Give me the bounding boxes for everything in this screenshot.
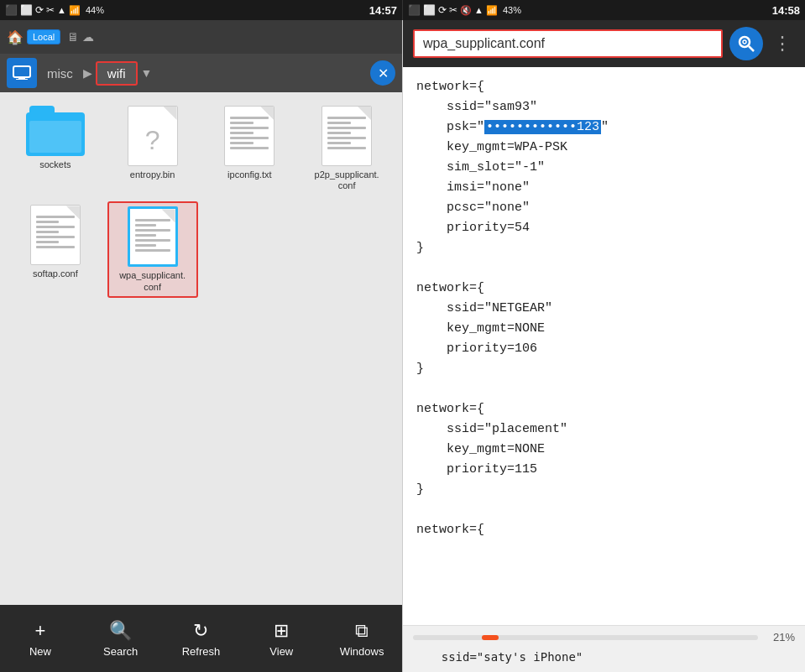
breadcrumb: misc ▶ wifi ▼ ✕ (0, 54, 402, 92)
battery-percent-left: 44% (86, 5, 104, 15)
breadcrumb-dropdown-icon[interactable]: ▼ (141, 66, 153, 80)
monitor-icon: 🖥 (67, 30, 79, 44)
viewer-bottom: 21% ssid="saty's iPhone" (403, 625, 805, 672)
search-icon: 🔍 (109, 620, 132, 642)
new-button[interactable]: + New (0, 613, 81, 664)
sync-icon-r: ⟳ (438, 4, 447, 16)
unknown-file-icon: ? (128, 106, 178, 166)
selected-file-icon (128, 206, 178, 267)
home-icon[interactable]: 🏠 (7, 29, 24, 45)
file-name: p2p_supplicant.conf (313, 169, 380, 191)
grid-icon: ⊞ (274, 620, 289, 642)
local-badge[interactable]: Local (27, 29, 60, 44)
file-name: sockets (39, 159, 71, 170)
overflow-menu-button[interactable]: ⋮ (770, 29, 795, 58)
viewer-search-button[interactable] (729, 27, 763, 60)
file-item[interactable]: ipconfig.txt (205, 102, 295, 195)
viewer-bottom-preview: ssid="saty's iPhone" (413, 647, 795, 667)
doc-file-icon (321, 106, 372, 166)
breadcrumb-close-button[interactable]: ✕ (370, 60, 395, 86)
cloud-icon: ☁ (82, 30, 94, 44)
bottom-toolbar: + New 🔍 Search ↻ Refresh ⊞ View ⧉ Window… (0, 605, 402, 672)
nav-bar: 🏠 Local 🖥 ☁ (0, 20, 402, 54)
svg-point-5 (743, 40, 746, 44)
viewer-header: wpa_supplicant.conf ⋮ (403, 20, 805, 67)
file-item[interactable]: sockets (10, 102, 101, 195)
cut-icon: ✂ (46, 4, 55, 16)
mute-icon: 🔇 (460, 5, 472, 16)
file-item-selected[interactable]: wpa_supplicant.conf (107, 201, 198, 297)
signal-icon-right: 📶 (486, 5, 498, 16)
svg-rect-2 (16, 79, 28, 80)
right-status-icons: ⬛ ⬜ ⟳ ✂ 🔇 ▲ 📶 43% (408, 4, 521, 16)
text-viewer: wpa_supplicant.conf ⋮ network={ ssid="sa… (403, 20, 805, 672)
view-button[interactable]: ⊞ View (241, 613, 321, 664)
breadcrumb-arrow: ▶ (83, 66, 92, 80)
file-grid: sockets ? entropy.bin (0, 92, 402, 605)
breadcrumb-wifi[interactable]: wifi (96, 61, 138, 86)
folder-icon (26, 106, 85, 156)
sync-icon: ⟳ (35, 4, 44, 16)
wifi-icon-left: ▲ (57, 5, 66, 15)
cut-icon-r: ✂ (449, 4, 457, 16)
windows-button[interactable]: ⧉ Windows (321, 613, 402, 664)
signal-icon-left: 📶 (69, 5, 81, 16)
file-name: ipconfig.txt (227, 169, 272, 180)
left-status-icons: ⬛ ⬜ ⟳ ✂ ▲ 📶 44% (5, 4, 104, 16)
right-time: 14:58 (772, 4, 800, 17)
scroll-thumb (482, 635, 499, 640)
battery-percent-right: 43% (503, 5, 521, 15)
file-browser: 🏠 Local 🖥 ☁ misc ▶ wifi ▼ ✕ (0, 20, 403, 672)
file-item[interactable]: ? entropy.bin (107, 102, 198, 195)
doc-file-icon (224, 106, 274, 166)
refresh-icon: ↻ (193, 620, 208, 642)
svg-point-3 (740, 37, 750, 47)
screenshot-icon-r: ⬛ (408, 4, 421, 16)
file-item[interactable]: softap.conf (10, 201, 101, 297)
screenshot-icon: ⬛ (5, 4, 18, 16)
scroll-track[interactable] (413, 635, 758, 640)
refresh-button[interactable]: ↻ Refresh (161, 613, 242, 664)
viewer-filename: wpa_supplicant.conf (413, 29, 723, 58)
search-button[interactable]: 🔍 Search (81, 613, 161, 664)
file-name: entropy.bin (130, 169, 175, 180)
screen-icon: ⬜ (20, 4, 33, 16)
file-name: wpa_supplicant.conf (119, 270, 186, 292)
viewer-content[interactable]: network={ ssid="sam93" psk="••••••••••••… (403, 67, 805, 625)
wifi-icon-right: ▲ (474, 5, 484, 15)
file-name: softap.conf (33, 268, 78, 279)
scroll-percent: 21% (773, 631, 795, 643)
windows-icon: ⧉ (355, 620, 369, 642)
svg-rect-0 (13, 66, 30, 77)
plus-icon: + (34, 620, 45, 642)
file-item[interactable]: p2p_supplicant.conf (301, 102, 392, 195)
left-time: 14:57 (369, 4, 397, 17)
svg-line-4 (749, 46, 754, 51)
psk-value: ••••••••••••123 (484, 120, 601, 134)
device-icon[interactable] (7, 58, 37, 88)
breadcrumb-misc[interactable]: misc (40, 63, 80, 84)
screen-icon-r: ⬜ (423, 4, 436, 16)
doc-file-icon (30, 205, 81, 265)
